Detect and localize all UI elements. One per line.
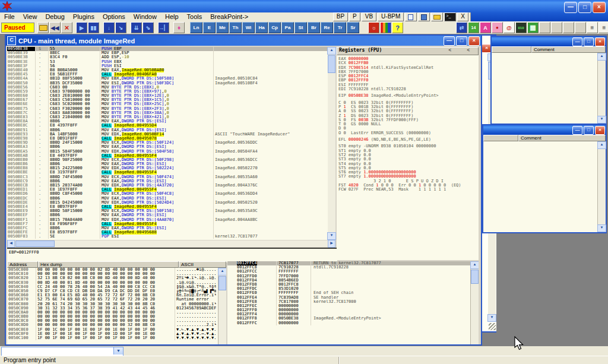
command-combobox[interactable]: ▼ — [1, 347, 124, 356]
dump-row[interactable]: 0050C060E1 E3 00 E4 E5 8D 40 00 45 72 72… — [7, 293, 226, 297]
disasm-row[interactable]: 0050BF03.5EPOP ESIkernel32.7C817077 — [7, 235, 328, 239]
disassembly-scrollbar[interactable]: ▲ ▼ — [328, 47, 335, 240]
comment-window-2[interactable]: — □ × Comment ▲ ▼ — [482, 124, 607, 233]
register-line[interactable]: T 0 GS 0000 NULL — [338, 122, 479, 126]
dump-col-address[interactable]: Address — [7, 261, 38, 268]
disasm-row[interactable]: 0050BE4A.8B1D 88F55000MOV EBX,DWORD PTR … — [7, 77, 328, 81]
blank-button-4[interactable] — [575, 22, 586, 33]
close-icon[interactable]: × — [593, 2, 606, 13]
column-header-blank[interactable] — [483, 135, 518, 141]
dump-row[interactable]: 0050C01000 00 00 00 00 00 00 00 00 00 00… — [7, 272, 226, 276]
scroll-thumb[interactable] — [218, 276, 226, 290]
disasm-row[interactable]: 0050BEFE.E8 8597F8FFCALL ImageRed.004956… — [7, 230, 328, 235]
maximize-icon[interactable]: □ — [584, 37, 594, 46]
minimize-icon[interactable]: — — [572, 126, 582, 135]
disasm-row[interactable]: 0050BE38$55PUSH EBP — [7, 47, 328, 51]
disasm-row[interactable]: 0050BEA3.8B06MOV EAX,DWORD PTR DS:[ESI] — [7, 145, 328, 149]
step-over-button[interactable]: ↘ — [115, 22, 126, 33]
stack-row[interactable]: 0012FFE87C817080kernel32.7C817080 — [227, 300, 479, 304]
toolbar-st-button[interactable]: St — [294, 22, 307, 33]
book-icon[interactable] — [418, 12, 430, 21]
copy-icon[interactable] — [405, 12, 417, 21]
disasm-row[interactable]: 0050BE67.C683 C5010000 00MOV BYTE PTR DS… — [7, 98, 328, 102]
scroll-up-icon[interactable]: ▲ — [597, 53, 606, 61]
scroll-up-icon[interactable]: ▲ — [597, 141, 606, 149]
list-b-button[interactable]: ≡ — [598, 22, 608, 33]
dump-col-hex[interactable]: Hex dump — [38, 261, 179, 268]
menu-item-plugins[interactable]: Plugins — [69, 12, 99, 21]
close-program-button[interactable]: × — [61, 22, 72, 33]
scroll-down-icon[interactable]: ▼ — [487, 314, 496, 322]
column-header-blank[interactable] — [492, 46, 531, 53]
menu-item-debug[interactable]: Debug — [41, 12, 68, 21]
blank-button-1[interactable] — [539, 22, 550, 33]
stack-scrollbar[interactable]: ▲ — [470, 261, 479, 344]
dump-row[interactable]: 0050C08020 20 61 74 20 30 30 30 30 30 30… — [7, 302, 226, 306]
disasm-row[interactable]: 0050BE8C.E8 4397F8FFCALL ImageRed.004955… — [7, 124, 328, 128]
comment-list[interactable] — [492, 53, 598, 124]
disasm-row[interactable]: 0050BE50.8B35 DCF35000MOV ESI,DWORD PTR … — [7, 81, 328, 86]
column-header-comment[interactable]: Comment — [518, 135, 606, 141]
go-to-button[interactable]: ♦ — [173, 22, 185, 33]
disasm-row[interactable]: 0050BEA5.8B15 584F5000MOV EDX,DWORD PTR … — [7, 150, 328, 154]
disasm-row[interactable]: 0050BED1.E8 1E97F8FFCALL ImageRed.004955… — [7, 188, 328, 192]
disasm-row[interactable]: 0050BEE9.8B0D 58F15000MOV ECX,DWORD PTR … — [7, 209, 328, 213]
step-into-button[interactable]: ↓ — [103, 22, 115, 33]
scroll-thumb[interactable] — [471, 270, 479, 284]
disasm-row[interactable]: 0050BE83.C683 21040000 00MOV BYTE PTR DS… — [7, 115, 328, 119]
toolbar-ha-button[interactable]: Ha — [255, 22, 268, 33]
scroll-down-icon[interactable]: ▼ — [597, 224, 606, 232]
dump-row[interactable]: 0050C0D000 00 00 00 00 00 00 00 00 00 00… — [7, 323, 226, 327]
animate-into-button[interactable]: ⇊ — [131, 22, 142, 33]
stack-pane[interactable]: 0012FFC47C817077RETURN to kernel32.7C817… — [227, 261, 479, 344]
command-input[interactable] — [2, 347, 113, 356]
menu-item-window[interactable]: Window — [129, 12, 161, 21]
scroll-down-icon[interactable]: ▼ — [597, 116, 606, 124]
disasm-row[interactable]: 0050BEDC.8B06MOV EAX,DWORD PTR DS:[ESI] — [7, 197, 328, 201]
scroll-left-icon[interactable]: ◀ — [7, 240, 15, 248]
chevron-down-icon[interactable]: ▼ — [113, 347, 123, 354]
toolbar-pa-button[interactable]: Pa — [281, 22, 294, 33]
disasm-row[interactable]: 0050BEF7.E8 F896F8FFCALL ImageRed.004955… — [7, 222, 328, 226]
dump-row[interactable]: 0050C02032 13 8B C0 02 00 8B C0 00 8D 40… — [7, 276, 226, 280]
info-pane[interactable]: EBP=0012FFF0 — [7, 248, 337, 262]
scrollbar[interactable]: ▲ ▼ — [597, 53, 606, 124]
restart-button[interactable]: ◀◀ — [49, 22, 61, 33]
spiral-button[interactable]: @ — [504, 22, 515, 33]
scroll-right-icon[interactable]: ▶ — [328, 240, 335, 248]
disasm-row[interactable]: 0050BEFC.8B06MOV EAX,DWORD PTR DS:[ESI] — [7, 226, 328, 230]
stack-row[interactable]: 0012FFF400000000 — [227, 312, 479, 316]
menu-item-tools[interactable]: Tools — [183, 12, 207, 21]
stack-row[interactable]: 0012FFF000000000 — [227, 308, 479, 312]
disasm-row[interactable]: 0050BE91.8B06MOV EAX,DWORD PTR DS:[ESI] — [7, 128, 328, 132]
stack-row[interactable]: 0012FFDC853D1020 — [227, 287, 479, 291]
dump-col-ascii[interactable]: ASCII — [179, 261, 226, 268]
scroll-down-icon[interactable]: ▼ — [327, 232, 336, 240]
toolbar-ln-button[interactable]: Ln — [190, 22, 202, 33]
stack-row[interactable]: 0012FFC47C817077RETURN to kernel32.7C817… — [227, 261, 479, 265]
disasm-row[interactable]: 0050BEB0.8B0D 98F25000MOV ECX,DWORD PTR … — [7, 158, 328, 162]
dump-row[interactable]: 0050C0B000 00 00 00 00 00 00 00 00 00 00… — [7, 315, 226, 319]
minimize-icon[interactable]: — — [572, 37, 582, 46]
cpu-window-titlebar[interactable]: C CPU - main thread, module ImageRed — □… — [6, 36, 481, 46]
register-line[interactable]: FCW 027F Prec NEAR,53 Mask 1 1 1 1 1 1 — [338, 188, 479, 192]
disasm-row[interactable]: 0050BE93.BA 14BF5000MOV EDX,ImageRed.005… — [7, 132, 328, 137]
stack-row[interactable]: 0012FFE47C839AD8SE handler — [227, 296, 479, 300]
register-line[interactable]: O 0 LastErr ERROR_SUCCESS (00000000) — [338, 131, 479, 135]
scroll-up-icon[interactable]: ▲ — [218, 268, 226, 276]
disasm-row[interactable]: 0050BE60.C683 2E010000 00MOV BYTE PTR DS… — [7, 94, 328, 98]
minimize-icon[interactable]: — — [444, 36, 455, 46]
menu-button-ubpm[interactable]: U-BPM — [378, 12, 404, 21]
disasm-row[interactable]: 0050BE7C.C683 8A030000 00MOV BYTE PTR DS… — [7, 111, 328, 115]
dump-row[interactable]: 0050C050C9 D7 CF C8 CD CE DB D8 DA D9 CA… — [7, 289, 226, 293]
restore-icon[interactable]: □ — [456, 36, 467, 46]
toolbar-re-button[interactable]: Re — [321, 22, 333, 33]
stack-row[interactable]: 0012FFD48054B6ED — [227, 278, 479, 283]
execute-till-return-button[interactable]: →▏ — [158, 22, 169, 33]
restore-icon[interactable]: □ — [578, 2, 591, 13]
dump-row[interactable]: 0050C0F01E 00 1F 00 1E 00 1F 00 1F 00 1D… — [7, 332, 226, 336]
stack-row[interactable]: 0012FFCCFFFFFFFF — [227, 270, 479, 274]
menu-item-options[interactable]: Options — [99, 12, 129, 21]
stack-row[interactable]: 0012FFF80050BE38ImageRed.<ModuleEntryPoi… — [227, 316, 479, 321]
toolbar-br-button[interactable]: Br — [308, 22, 320, 33]
